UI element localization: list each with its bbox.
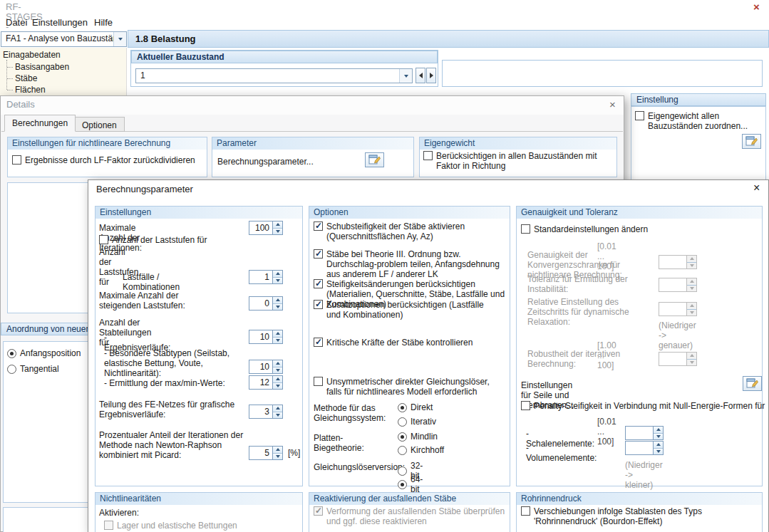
previous-stage-button[interactable] bbox=[416, 68, 425, 83]
radio-64bit[interactable]: 64-bit bbox=[398, 474, 423, 494]
checkbox-icon[interactable] bbox=[12, 155, 21, 165]
next-stage-button[interactable] bbox=[426, 68, 436, 83]
spinner-up-button[interactable] bbox=[273, 297, 282, 303]
checkbox-lager-bettungen[interactable]: Lager und elastische Bettungen bbox=[104, 521, 282, 531]
spinner-value[interactable]: 1 bbox=[249, 270, 273, 284]
spinner-value[interactable]: 10 bbox=[249, 330, 273, 344]
spinner-down-button[interactable] bbox=[273, 303, 282, 311]
checkbox-penalty-steifigkeit[interactable]: Penalty-Steifigkeit in Verbindung mit Nu… bbox=[521, 401, 760, 411]
spinner-up-button[interactable] bbox=[687, 303, 696, 309]
spinner-value[interactable] bbox=[659, 302, 687, 316]
checkbox-icon[interactable] bbox=[314, 338, 323, 347]
solid-elements-spinner[interactable] bbox=[625, 441, 664, 455]
menu-item-einstellungen[interactable]: Einstellungen bbox=[32, 18, 88, 28]
spinner-up-button[interactable] bbox=[273, 221, 282, 228]
checkbox-icon[interactable] bbox=[314, 221, 323, 231]
spinner-down-button[interactable] bbox=[654, 433, 663, 440]
analysis-case-combo[interactable]: FA1 - Analyse von Bauzustände bbox=[1, 31, 127, 47]
checkbox-theorie-III[interactable]: Stäbe bei Theorie III. Ordnung bzw. Durc… bbox=[314, 249, 507, 279]
tab-berechnungen[interactable]: Berechnungen bbox=[4, 115, 76, 132]
spinner-up-button[interactable] bbox=[654, 427, 663, 433]
bauzustand-combo-dropdown[interactable] bbox=[399, 69, 412, 83]
spinner-down-button[interactable] bbox=[687, 262, 696, 269]
spinner-up-button[interactable] bbox=[273, 447, 282, 453]
radio-icon[interactable] bbox=[398, 403, 407, 412]
tree-item-basisangaben[interactable]: Basisangaben bbox=[7, 62, 69, 72]
bauzustand-combo[interactable]: 1 bbox=[135, 68, 413, 83]
convergence-precision-spinner[interactable] bbox=[659, 255, 697, 269]
checkbox-kritische-kraefte[interactable]: Kritische Kräfte der Stäbe kontrollieren bbox=[314, 338, 507, 348]
spinner-down-button[interactable] bbox=[273, 337, 282, 344]
checkbox-icon[interactable] bbox=[423, 151, 433, 160]
spinner-down-button[interactable] bbox=[273, 228, 282, 235]
spinner-up-button[interactable] bbox=[687, 256, 696, 262]
dialog-close-icon[interactable]: × bbox=[753, 182, 760, 193]
checkbox-unsymmetrischer-loeser[interactable]: Unsymmetrischer direkter Gleichungslöser… bbox=[314, 377, 502, 397]
spinner-value[interactable]: 10 bbox=[249, 360, 273, 374]
radio-anfangsposition[interactable]: Anfangsposition bbox=[7, 348, 81, 358]
increasing-load-steps-spinner[interactable]: 0 bbox=[249, 296, 283, 311]
checkbox-eigengewicht-faktor[interactable]: Berücksichtigen in allen Bauzuständen mi… bbox=[423, 151, 611, 171]
fe-mesh-division-spinner[interactable]: 3 bbox=[249, 405, 283, 419]
checkbox-rohrinnendruck[interactable]: Verschiebungen infolge Stablasten des Ty… bbox=[521, 506, 760, 526]
checkbox-icon[interactable] bbox=[635, 111, 644, 120]
radio-icon[interactable] bbox=[398, 446, 407, 455]
radio-iterativ[interactable]: Iterativ bbox=[398, 417, 436, 427]
tree-root-einagabedaten[interactable]: Einagabedaten bbox=[3, 50, 61, 60]
checkbox-icon[interactable] bbox=[99, 235, 108, 244]
checkbox-verformung-reaktivieren[interactable]: Verformung der ausfallenden Stäbe überpr… bbox=[314, 506, 506, 526]
load-cases-spinner[interactable]: 1 bbox=[249, 270, 283, 284]
spinner-down-button[interactable] bbox=[273, 367, 282, 374]
spinner-down-button[interactable] bbox=[687, 285, 696, 292]
checkbox-icon[interactable] bbox=[314, 279, 323, 288]
radio-mindlin[interactable]: Mindlin bbox=[398, 432, 438, 442]
relaxation-time-step-spinner[interactable] bbox=[659, 302, 697, 316]
spinner-value[interactable]: 100 bbox=[249, 221, 273, 235]
checkbox-icon[interactable] bbox=[314, 249, 323, 259]
spinner-up-button[interactable] bbox=[273, 271, 282, 277]
spinner-down-button[interactable] bbox=[687, 359, 696, 366]
checkbox-icon[interactable] bbox=[521, 224, 530, 234]
checkbox-lf-faktor[interactable]: Ergebnisse durch LF-Faktor zurückdividie… bbox=[12, 155, 201, 165]
spinner-value[interactable]: 12 bbox=[249, 375, 273, 390]
menu-item-hilfe[interactable]: Hilfe bbox=[94, 18, 113, 28]
spinner-down-button[interactable] bbox=[273, 382, 282, 390]
spinner-up-button[interactable] bbox=[687, 278, 696, 285]
spinner-down-button[interactable] bbox=[273, 412, 282, 419]
checkbox-icon[interactable] bbox=[521, 506, 530, 516]
checkbox-icon[interactable] bbox=[314, 300, 323, 309]
spinner-up-button[interactable] bbox=[273, 360, 282, 367]
menu-item-datei[interactable]: Datei bbox=[6, 18, 27, 28]
special-member-divisions-spinner[interactable]: 10 bbox=[249, 360, 283, 374]
radio-icon[interactable] bbox=[398, 432, 407, 442]
checkbox-eigengewicht-zuordnen[interactable]: Eigengewicht allen Bauzuständen zuordnen… bbox=[635, 111, 763, 131]
max-min-divisions-spinner[interactable]: 12 bbox=[249, 375, 283, 390]
max-iterations-spinner[interactable]: 100 bbox=[249, 221, 283, 235]
iterative-robustness-spinner[interactable] bbox=[659, 352, 697, 366]
radio-icon[interactable] bbox=[398, 417, 407, 427]
checkbox-zusatzoptionen[interactable]: Zusatzoptionen berücksichtigen (Lastfäll… bbox=[314, 300, 488, 320]
spinner-up-button[interactable] bbox=[654, 442, 663, 448]
shell-elements-spinner[interactable] bbox=[625, 426, 664, 440]
spinner-value[interactable]: 3 bbox=[249, 405, 273, 419]
berechnungsparameter-button[interactable] bbox=[365, 152, 384, 167]
checkbox-icon[interactable] bbox=[314, 377, 323, 386]
radio-direkt[interactable]: Direkt bbox=[398, 402, 433, 412]
checkbox-schubsteifigkeit[interactable]: Schubsteifigkeit der Stäbe aktivieren (Q… bbox=[314, 221, 490, 241]
picard-percentage-spinner[interactable]: 5 bbox=[249, 446, 283, 460]
analysis-case-combo-dropdown[interactable] bbox=[113, 32, 126, 46]
tree-item-flaechen[interactable]: Flächen bbox=[7, 85, 46, 95]
spinner-value[interactable]: 0 bbox=[249, 296, 273, 311]
instability-tolerance-spinner[interactable] bbox=[659, 278, 697, 292]
tab-optionen[interactable]: Optionen bbox=[74, 117, 125, 132]
radio-icon[interactable] bbox=[7, 349, 16, 358]
checkbox-icon[interactable] bbox=[521, 401, 530, 410]
checkbox-anzahl-laststufen[interactable]: Anzahl der Laststufen für bbox=[99, 235, 242, 245]
checkbox-standardeinstellungen[interactable]: Standardeinstellungen ändern bbox=[521, 224, 742, 234]
spinner-down-button[interactable] bbox=[687, 309, 696, 316]
radio-tangential[interactable]: Tangential bbox=[7, 364, 59, 374]
spinner-value[interactable] bbox=[625, 441, 654, 455]
spinner-value[interactable] bbox=[659, 278, 687, 292]
radio-icon[interactable] bbox=[7, 365, 16, 374]
radio-icon[interactable] bbox=[398, 480, 407, 489]
